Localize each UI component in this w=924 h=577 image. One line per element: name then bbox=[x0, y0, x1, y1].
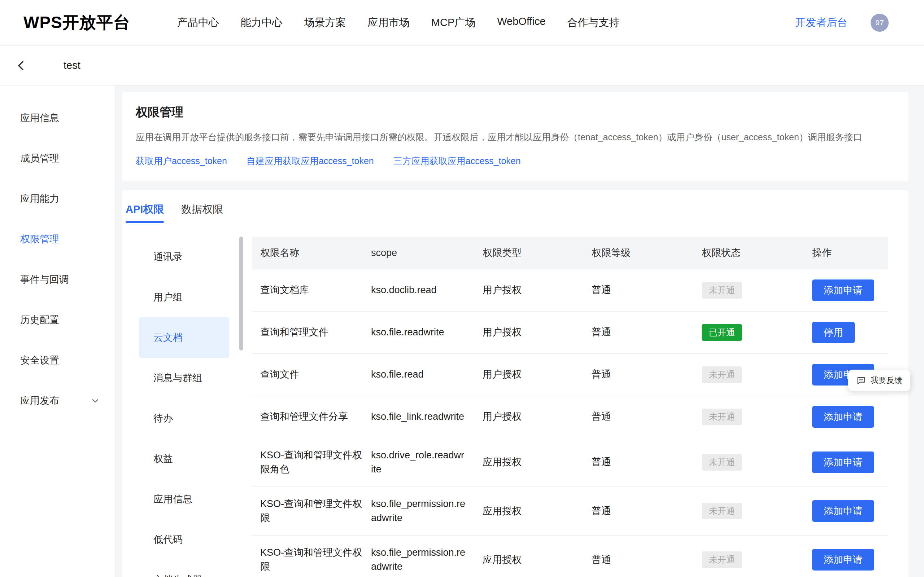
nav-item-support[interactable]: 合作与支持 bbox=[567, 16, 620, 30]
permission-name: 查询文档库 bbox=[252, 283, 363, 297]
permission-scope: kso.file.read bbox=[363, 367, 474, 382]
permission-scope: kso.file_permission.readwrite bbox=[363, 546, 474, 574]
nav-item-weboffice[interactable]: WebOffice bbox=[497, 16, 545, 30]
status-badge: 未开通 bbox=[702, 454, 742, 471]
developer-console-link[interactable]: 开发者后台 bbox=[795, 16, 848, 30]
app-header: test bbox=[0, 46, 924, 85]
permission-description: 应用在调用开放平台提供的服务接口前，需要先申请调用接口所需的权限。开通权限后，应… bbox=[136, 131, 894, 143]
permission-tabs: API权限 数据权限 bbox=[122, 202, 908, 223]
permission-type: 用户授权 bbox=[474, 283, 583, 297]
permission-level: 普通 bbox=[583, 283, 693, 297]
category-contacts[interactable]: 通讯录 bbox=[139, 237, 229, 277]
category-low-code[interactable]: 低代码 bbox=[139, 519, 229, 560]
sidebar-item-permissions[interactable]: 权限管理 bbox=[0, 219, 115, 259]
feedback-button[interactable]: 我要反馈 bbox=[848, 370, 910, 391]
permission-level: 普通 bbox=[583, 325, 693, 339]
status-badge: 未开通 bbox=[702, 282, 742, 298]
table-header: 权限名称 scope 权限类型 权限等级 权限状态 操作 bbox=[252, 237, 888, 269]
nav-item-abilities[interactable]: 能力中心 bbox=[241, 16, 283, 30]
category-user-group[interactable]: 用户组 bbox=[139, 277, 229, 318]
chevron-down-icon bbox=[91, 396, 100, 405]
permission-info-card: 权限管理 应用在调用开放平台提供的服务接口前，需要先申请调用接口所需的权限。开通… bbox=[122, 92, 908, 181]
tab-data-permissions[interactable]: 数据权限 bbox=[181, 202, 223, 223]
sidebar-item-capabilities[interactable]: 应用能力 bbox=[0, 179, 115, 219]
category-cloud-docs[interactable]: 云文档 bbox=[139, 318, 229, 358]
table-row: KSO-查询和管理文件权限角色 kso.drive_role.readwrite… bbox=[252, 438, 888, 487]
status-badge: 未开通 bbox=[702, 366, 742, 383]
permission-level: 普通 bbox=[583, 455, 693, 469]
table-row: 查询和管理文件分享 kso.file_link.readwrite 用户授权 普… bbox=[252, 396, 888, 438]
add-request-button[interactable]: 添加申请 bbox=[812, 279, 874, 301]
link-user-access-token[interactable]: 获取用户access_token bbox=[136, 155, 227, 167]
permission-type: 用户授权 bbox=[474, 367, 583, 382]
status-badge: 未开通 bbox=[702, 409, 742, 425]
permission-level: 普通 bbox=[583, 504, 693, 518]
permission-level: 普通 bbox=[583, 410, 693, 424]
nav-item-mcp[interactable]: MCP广场 bbox=[431, 16, 475, 30]
permission-type: 应用授权 bbox=[474, 553, 583, 567]
main-content: 权限管理 应用在调用开放平台提供的服务接口前，需要先申请调用接口所需的权限。开通… bbox=[115, 85, 924, 577]
logo[interactable]: WPS开放平台 bbox=[23, 11, 130, 34]
add-request-button[interactable]: 添加申请 bbox=[812, 406, 874, 428]
app-title: test bbox=[63, 60, 81, 71]
primary-nav: 产品中心 能力中心 场景方案 应用市场 MCP广场 WebOffice 合作与支… bbox=[177, 16, 620, 30]
add-request-button[interactable]: 添加申请 bbox=[812, 451, 874, 473]
sidebar-item-members[interactable]: 成员管理 bbox=[0, 138, 115, 179]
page-title: 权限管理 bbox=[136, 104, 894, 121]
category-todo[interactable]: 待办 bbox=[139, 398, 229, 438]
permission-scope: kso.file.readwrite bbox=[363, 325, 474, 339]
table-row: 查询文档库 kso.doclib.read 用户授权 普通 未开通 添加申请 bbox=[252, 269, 888, 311]
permission-type: 应用授权 bbox=[474, 455, 583, 469]
permission-name: 查询和管理文件 bbox=[252, 325, 363, 339]
sidebar-item-events[interactable]: 事件与回调 bbox=[0, 259, 115, 300]
category-scrollbar[interactable] bbox=[239, 237, 243, 351]
add-request-button[interactable]: 添加申请 bbox=[812, 500, 874, 522]
permission-type: 应用授权 bbox=[474, 504, 583, 518]
permission-level: 普通 bbox=[583, 553, 693, 567]
nav-item-products[interactable]: 产品中心 bbox=[177, 16, 219, 30]
permission-name: 查询和管理文件分享 bbox=[252, 410, 363, 424]
active-tab-underline bbox=[126, 221, 164, 223]
permission-type: 用户授权 bbox=[474, 325, 583, 339]
permission-table-card: API权限 数据权限 通讯录 用户组 云文档 消息与群组 待办 权益 应用信息 bbox=[122, 190, 908, 577]
disable-button[interactable]: 停用 bbox=[812, 322, 855, 343]
link-selfbuilt-app-token[interactable]: 自建应用获取应用access_token bbox=[247, 155, 374, 167]
permission-scope: kso.drive_role.readwrite bbox=[363, 448, 474, 476]
permission-type: 用户授权 bbox=[474, 410, 583, 424]
link-thirdparty-app-token[interactable]: 三方应用获取应用access_token bbox=[393, 155, 521, 167]
permission-scope: kso.file_link.readwrite bbox=[363, 410, 474, 424]
chat-bubble-icon bbox=[856, 376, 866, 385]
avatar[interactable]: 97 bbox=[871, 14, 888, 32]
sidebar-item-publish[interactable]: 应用发布 bbox=[0, 380, 115, 421]
permission-scope: kso.file_permission.readwrite bbox=[363, 497, 474, 525]
category-list: 通讯录 用户组 云文档 消息与群组 待办 权益 应用信息 低代码 文档生成器 bbox=[122, 237, 243, 577]
table-row: 查询文件 kso.file.read 用户授权 普通 未开通 添加申请 bbox=[252, 354, 888, 396]
sidebar: 应用信息 成员管理 应用能力 权限管理 事件与回调 历史配置 安全设置 应用发布 bbox=[0, 85, 115, 577]
status-badge: 未开通 bbox=[702, 551, 742, 568]
sidebar-item-app-info[interactable]: 应用信息 bbox=[0, 98, 115, 138]
category-messages[interactable]: 消息与群组 bbox=[139, 358, 229, 398]
table-row: KSO-查询和管理文件权限 kso.file_permission.readwr… bbox=[252, 535, 888, 577]
category-benefits[interactable]: 权益 bbox=[139, 438, 229, 479]
status-badge: 已开通 bbox=[702, 324, 742, 341]
permission-name: KSO-查询和管理文件权限角色 bbox=[252, 448, 363, 476]
sidebar-item-security[interactable]: 安全设置 bbox=[0, 340, 115, 380]
add-request-button[interactable]: 添加申请 bbox=[812, 549, 874, 571]
back-icon[interactable] bbox=[15, 60, 27, 72]
tab-api-permissions[interactable]: API权限 bbox=[126, 202, 164, 223]
permission-scope: kso.doclib.read bbox=[363, 283, 474, 297]
permission-name: 查询文件 bbox=[252, 367, 363, 382]
nav-item-market[interactable]: 应用市场 bbox=[368, 16, 410, 30]
table-row: 查询和管理文件 kso.file.readwrite 用户授权 普通 已开通 停… bbox=[252, 311, 888, 354]
nav-item-scenarios[interactable]: 场景方案 bbox=[304, 16, 346, 30]
category-doc-generator[interactable]: 文档生成器 bbox=[139, 560, 229, 577]
token-doc-links: 获取用户access_token 自建应用获取应用access_token 三方… bbox=[136, 155, 894, 167]
permission-name: KSO-查询和管理文件权限 bbox=[252, 546, 363, 574]
sidebar-item-history[interactable]: 历史配置 bbox=[0, 300, 115, 340]
top-nav: WPS开放平台 产品中心 能力中心 场景方案 应用市场 MCP广场 WebOff… bbox=[0, 0, 924, 46]
permission-name: KSO-查询和管理文件权限 bbox=[252, 497, 363, 525]
feedback-label: 我要反馈 bbox=[871, 375, 902, 386]
permissions-table: 权限名称 scope 权限类型 权限等级 权限状态 操作 查询文档库 kso.d… bbox=[252, 237, 888, 577]
category-app-info[interactable]: 应用信息 bbox=[139, 479, 229, 519]
table-row: KSO-查询和管理文件权限 kso.file_permission.readwr… bbox=[252, 487, 888, 535]
